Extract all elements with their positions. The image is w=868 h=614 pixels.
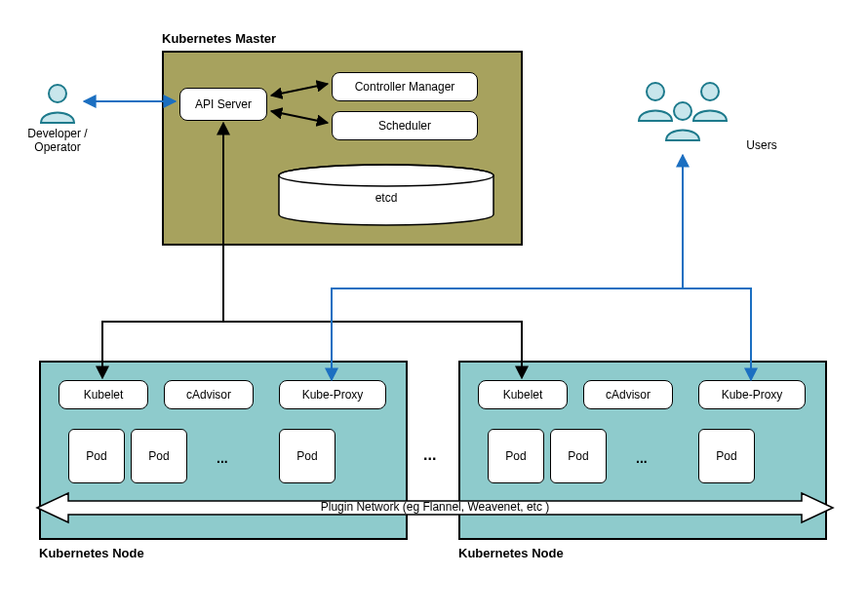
user-icon [693, 83, 727, 121]
pod-left-2: Pod [131, 429, 187, 483]
cadvisor-left: cAdvisor [164, 380, 254, 409]
cadvisor-right: cAdvisor [583, 380, 673, 409]
kubeproxy-right: Kube-Proxy [698, 380, 806, 409]
users-label: Users [739, 138, 784, 152]
kubelet-right: Kubelet [478, 380, 568, 409]
svg-point-3 [674, 102, 691, 120]
controller-manager-box: Controller Manager [332, 72, 478, 101]
nodes-ellipsis: ... [423, 446, 436, 464]
pod-left-1: Pod [68, 429, 125, 483]
pod-left-3: Pod [279, 429, 335, 483]
pod-right-1: Pod [488, 429, 544, 483]
svg-point-0 [49, 85, 66, 102]
etcd-label: etcd [273, 191, 499, 205]
kubeproxy-left: Kube-Proxy [279, 380, 386, 409]
developer-label: Developer / Operator [25, 127, 90, 154]
pod-right-3: Pod [698, 429, 755, 483]
pod-ellipsis-left: ... [217, 450, 228, 466]
plugin-network-label: Plugin Network (eg Flannel, Weavenet, et… [35, 500, 835, 514]
kubernetes-architecture-diagram: Developer / Operator Users Kubernetes Ma… [0, 0, 868, 614]
svg-point-2 [701, 83, 719, 100]
pod-right-2: Pod [550, 429, 607, 483]
api-server-box: API Server [179, 88, 267, 121]
developer-icon [35, 80, 80, 125]
kubelet-left: Kubelet [59, 380, 148, 409]
svg-point-1 [647, 83, 664, 100]
scheduler-box: Scheduler [332, 111, 478, 140]
node-right-title: Kubernetes Node [458, 546, 564, 560]
node-left-title: Kubernetes Node [39, 546, 144, 560]
user-icon [639, 83, 672, 121]
users-icon [624, 76, 741, 154]
master-title: Kubernetes Master [162, 31, 276, 46]
pod-ellipsis-right: ... [636, 450, 648, 466]
